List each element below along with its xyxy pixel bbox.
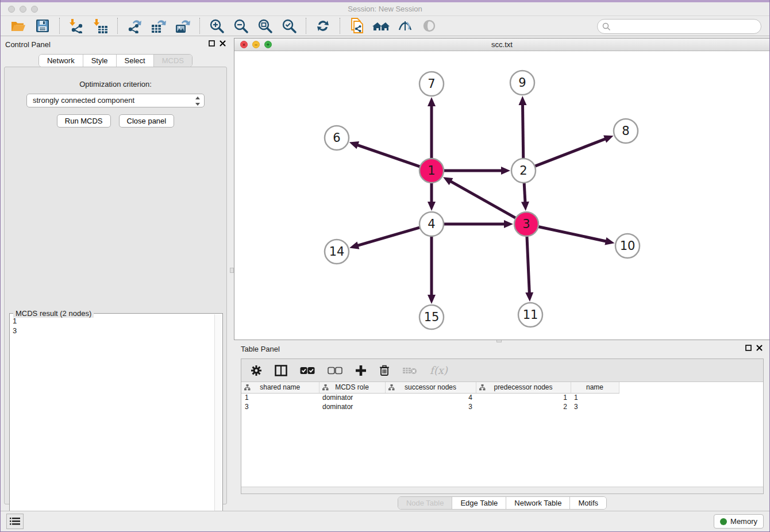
column-header-successor-nodes[interactable]: successor nodes xyxy=(385,382,476,393)
search-input[interactable] xyxy=(614,21,761,32)
column-view-icon[interactable] xyxy=(275,365,287,376)
graph-edge[interactable] xyxy=(538,226,607,241)
graph-edge-arrow xyxy=(428,202,436,211)
table-row[interactable]: 3dominator323 xyxy=(241,402,763,411)
graph-edge[interactable] xyxy=(357,228,420,246)
toolbar-separator xyxy=(340,18,340,34)
tab-style[interactable]: Style xyxy=(83,55,117,67)
table-panel: Table Panel f(x) shared name xyxy=(234,342,770,510)
tab-mcds[interactable]: MCDS xyxy=(154,55,192,67)
graph-edge-arrow xyxy=(525,292,533,302)
close-panel-icon[interactable] xyxy=(220,40,226,47)
hide-panels-icon[interactable] xyxy=(396,17,414,34)
zoom-selected-icon[interactable] xyxy=(280,17,298,34)
graph-edge-arrow xyxy=(349,241,359,249)
graph-edge[interactable] xyxy=(524,183,525,203)
export-image-icon[interactable] xyxy=(174,17,191,34)
result-scrollbar[interactable] xyxy=(214,314,222,528)
graph-node-label: 15 xyxy=(424,310,440,324)
column-header-predecessor-nodes[interactable]: predecessor nodes xyxy=(476,382,571,393)
open-file-icon[interactable] xyxy=(10,17,27,34)
main-titlebar: Session: New Session xyxy=(1,2,769,16)
import-table-icon[interactable] xyxy=(92,17,109,34)
graph-node-label: 9 xyxy=(518,76,526,90)
refresh-icon[interactable] xyxy=(314,17,332,34)
graph-edge[interactable] xyxy=(527,236,529,294)
search-field[interactable] xyxy=(597,19,761,34)
tab-select[interactable]: Select xyxy=(117,55,154,67)
delete-column-icon[interactable] xyxy=(379,365,390,376)
select-all-icon[interactable] xyxy=(300,367,315,375)
export-network-icon[interactable] xyxy=(126,17,143,34)
save-session-icon[interactable] xyxy=(34,17,51,34)
graph-edge[interactable] xyxy=(535,138,606,166)
toolbar-separator xyxy=(199,18,200,34)
graph-edge-arrow xyxy=(349,141,359,149)
table-toolbar: f(x) xyxy=(241,359,763,382)
network-window-title: scc.txt xyxy=(234,40,769,49)
tab-network-table[interactable]: Network Table xyxy=(506,497,570,509)
graph-edge[interactable] xyxy=(450,181,515,218)
control-panel-title: Control Panel xyxy=(5,40,51,49)
mcds-result-box: MCDS result (2 nodes) 1 3 xyxy=(9,313,223,529)
column-header-mcds-role[interactable]: MCDS role xyxy=(319,382,385,393)
list-icon xyxy=(10,517,20,526)
node-table: shared name MCDS role successor nodes pr… xyxy=(241,382,763,411)
graph-edge-arrow xyxy=(504,220,513,228)
column-header-name[interactable]: name xyxy=(571,382,619,393)
run-mcds-button[interactable]: Run MCDS xyxy=(57,114,111,128)
network-window-titlebar[interactable]: × − + scc.txt xyxy=(234,38,769,51)
float-table-panel-icon[interactable] xyxy=(745,345,752,351)
task-history-button[interactable] xyxy=(6,514,24,529)
table-row[interactable]: 1dominator411 xyxy=(241,393,763,402)
home-icon[interactable] xyxy=(372,17,390,34)
delete-table-icon[interactable] xyxy=(402,366,417,375)
table-panel-title: Table Panel xyxy=(241,345,280,353)
graph-node-label: 14 xyxy=(329,245,345,259)
graph-edge[interactable] xyxy=(522,104,523,159)
graph-edge-arrow xyxy=(603,136,613,143)
table-header-row: shared name MCDS role successor nodes pr… xyxy=(241,382,763,393)
graph-edge[interactable] xyxy=(357,145,420,167)
graph-node-label: 10 xyxy=(620,239,636,253)
tab-edge-table[interactable]: Edge Table xyxy=(452,497,506,509)
tab-node-table[interactable]: Node Table xyxy=(398,497,453,509)
graph-node-label: 1 xyxy=(428,164,435,178)
zoom-in-icon[interactable] xyxy=(208,17,225,34)
gear-icon[interactable] xyxy=(251,365,262,376)
status-bar: Memory xyxy=(1,511,769,531)
close-panel-button[interactable]: Close panel xyxy=(119,114,175,128)
toolbar-separator xyxy=(306,18,306,34)
tab-motifs[interactable]: Motifs xyxy=(570,497,606,509)
vertical-splitter-handle[interactable] xyxy=(230,268,234,273)
tab-network[interactable]: Network xyxy=(39,55,83,67)
optimization-criterion-select[interactable]: strongly connected component xyxy=(26,94,205,107)
network-canvas[interactable]: 7968124314101511 xyxy=(234,51,769,340)
network-view-window: × − + scc.txt 7968124314101511 xyxy=(234,38,770,340)
float-panel-icon[interactable] xyxy=(209,40,215,47)
deselect-all-icon[interactable] xyxy=(328,367,342,375)
toolbar-separator xyxy=(59,18,60,34)
show-panels-icon[interactable] xyxy=(421,17,438,34)
graph-node-label: 4 xyxy=(428,217,435,231)
optimization-criterion-label: Optimization criterion: xyxy=(5,80,226,88)
clone-network-icon[interactable] xyxy=(348,17,365,34)
table-horizontal-scrollbar[interactable] xyxy=(241,487,763,494)
graph-node-label: 11 xyxy=(523,308,538,322)
main-toolbar xyxy=(1,16,769,36)
column-header-filler xyxy=(619,382,763,393)
mcds-result-text: 1 3 xyxy=(11,316,213,527)
export-table-icon[interactable] xyxy=(150,17,167,34)
zoom-fit-icon[interactable] xyxy=(256,17,274,34)
mcds-panel: Optimization criterion: strongly connect… xyxy=(4,67,227,504)
search-icon xyxy=(602,22,611,31)
import-network-icon[interactable] xyxy=(68,17,85,34)
memory-status-icon xyxy=(720,518,727,525)
graph-node-label: 6 xyxy=(333,131,340,145)
memory-button[interactable]: Memory xyxy=(714,514,764,529)
function-builder-icon[interactable]: f(x) xyxy=(430,364,448,376)
zoom-out-icon[interactable] xyxy=(232,17,249,34)
column-header-shared-name[interactable]: shared name xyxy=(241,382,319,393)
close-table-panel-icon[interactable] xyxy=(756,345,763,351)
add-column-icon[interactable] xyxy=(355,365,367,376)
